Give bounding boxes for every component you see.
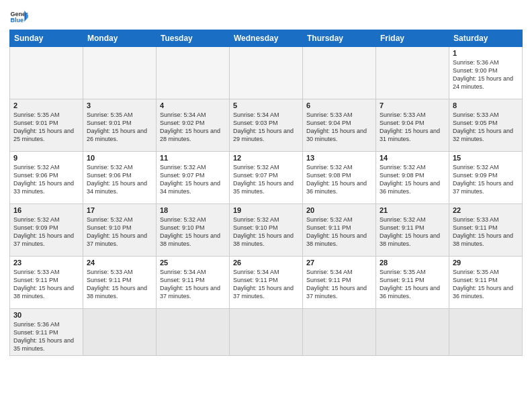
day-info: Sunrise: 5:35 AMSunset: 9:01 PMDaylight:… xyxy=(13,111,79,144)
day-number: 6 xyxy=(306,101,372,109)
calendar-week-row: 9Sunrise: 5:32 AMSunset: 9:06 PMDaylight… xyxy=(10,152,523,204)
table-row: 2Sunrise: 5:35 AMSunset: 9:01 PMDaylight… xyxy=(10,99,83,152)
table-row: 15Sunrise: 5:32 AMSunset: 9:09 PMDayligh… xyxy=(449,152,523,204)
calendar-week-row: 2Sunrise: 5:35 AMSunset: 9:01 PMDaylight… xyxy=(10,99,523,152)
logo: General Blue xyxy=(9,7,31,26)
day-number: 12 xyxy=(233,154,299,162)
col-wednesday: Wednesday xyxy=(230,30,303,47)
table-row: 22Sunrise: 5:33 AMSunset: 9:11 PMDayligh… xyxy=(449,204,523,257)
table-row: 11Sunrise: 5:32 AMSunset: 9:07 PMDayligh… xyxy=(157,152,230,204)
col-thursday: Thursday xyxy=(303,30,376,47)
day-info: Sunrise: 5:33 AMSunset: 9:11 PMDaylight:… xyxy=(87,268,152,301)
day-info: Sunrise: 5:32 AMSunset: 9:09 PMDaylight:… xyxy=(13,216,79,248)
day-number: 20 xyxy=(306,206,372,214)
day-info: Sunrise: 5:32 AMSunset: 9:07 PMDaylight:… xyxy=(233,163,299,196)
day-number: 17 xyxy=(87,206,152,214)
table-row: 7Sunrise: 5:33 AMSunset: 9:04 PMDaylight… xyxy=(376,99,449,152)
table-row xyxy=(230,309,303,356)
table-row: 17Sunrise: 5:32 AMSunset: 9:10 PMDayligh… xyxy=(83,204,157,257)
table-row: 10Sunrise: 5:32 AMSunset: 9:06 PMDayligh… xyxy=(83,152,157,204)
col-saturday: Saturday xyxy=(449,30,523,47)
day-info: Sunrise: 5:33 AMSunset: 9:04 PMDaylight:… xyxy=(306,111,372,144)
table-row: 29Sunrise: 5:35 AMSunset: 9:11 PMDayligh… xyxy=(449,257,523,309)
day-number: 26 xyxy=(233,259,299,267)
day-info: Sunrise: 5:34 AMSunset: 9:11 PMDaylight:… xyxy=(160,268,226,301)
day-info: Sunrise: 5:34 AMSunset: 9:03 PMDaylight:… xyxy=(233,111,299,144)
calendar-table: Sunday Monday Tuesday Wednesday Thursday… xyxy=(9,30,523,356)
day-info: Sunrise: 5:32 AMSunset: 9:11 PMDaylight:… xyxy=(380,216,445,248)
table-row: 23Sunrise: 5:33 AMSunset: 9:11 PMDayligh… xyxy=(10,257,83,309)
day-info: Sunrise: 5:33 AMSunset: 9:11 PMDaylight:… xyxy=(13,268,79,301)
svg-text:Blue: Blue xyxy=(10,17,24,24)
day-info: Sunrise: 5:36 AMSunset: 9:00 PMDaylight:… xyxy=(453,58,519,91)
calendar-week-row: 1Sunrise: 5:36 AMSunset: 9:00 PMDaylight… xyxy=(10,47,523,99)
day-info: Sunrise: 5:33 AMSunset: 9:04 PMDaylight:… xyxy=(380,111,445,144)
day-number: 3 xyxy=(87,101,152,109)
day-info: Sunrise: 5:34 AMSunset: 9:02 PMDaylight:… xyxy=(160,111,226,144)
table-row xyxy=(83,47,157,99)
table-row: 9Sunrise: 5:32 AMSunset: 9:06 PMDaylight… xyxy=(10,152,83,204)
day-number: 28 xyxy=(380,259,445,267)
calendar-week-row: 16Sunrise: 5:32 AMSunset: 9:09 PMDayligh… xyxy=(10,204,523,257)
table-row: 25Sunrise: 5:34 AMSunset: 9:11 PMDayligh… xyxy=(157,257,230,309)
day-number: 14 xyxy=(380,154,445,162)
day-info: Sunrise: 5:32 AMSunset: 9:07 PMDaylight:… xyxy=(160,163,226,196)
day-info: Sunrise: 5:32 AMSunset: 9:09 PMDaylight:… xyxy=(453,163,519,196)
table-row: 26Sunrise: 5:34 AMSunset: 9:11 PMDayligh… xyxy=(230,257,303,309)
day-info: Sunrise: 5:33 AMSunset: 9:05 PMDaylight:… xyxy=(453,111,519,144)
table-row xyxy=(10,47,83,99)
day-number: 27 xyxy=(306,259,372,267)
day-number: 21 xyxy=(380,206,445,214)
day-number: 11 xyxy=(160,154,226,162)
table-row: 27Sunrise: 5:34 AMSunset: 9:11 PMDayligh… xyxy=(303,257,376,309)
day-number: 2 xyxy=(13,101,79,109)
table-row: 21Sunrise: 5:32 AMSunset: 9:11 PMDayligh… xyxy=(376,204,449,257)
day-info: Sunrise: 5:34 AMSunset: 9:11 PMDaylight:… xyxy=(233,268,299,301)
table-row: 5Sunrise: 5:34 AMSunset: 9:03 PMDaylight… xyxy=(230,99,303,152)
table-row: 1Sunrise: 5:36 AMSunset: 9:00 PMDaylight… xyxy=(449,47,523,99)
day-number: 4 xyxy=(160,101,226,109)
table-row: 16Sunrise: 5:32 AMSunset: 9:09 PMDayligh… xyxy=(10,204,83,257)
day-info: Sunrise: 5:32 AMSunset: 9:06 PMDaylight:… xyxy=(87,163,152,196)
table-row: 6Sunrise: 5:33 AMSunset: 9:04 PMDaylight… xyxy=(303,99,376,152)
day-number: 25 xyxy=(160,259,226,267)
table-row: 30Sunrise: 5:36 AMSunset: 9:11 PMDayligh… xyxy=(10,309,83,356)
day-info: Sunrise: 5:35 AMSunset: 9:01 PMDaylight:… xyxy=(87,111,152,144)
day-info: Sunrise: 5:32 AMSunset: 9:11 PMDaylight:… xyxy=(306,216,372,248)
table-row xyxy=(83,309,157,356)
col-tuesday: Tuesday xyxy=(157,30,230,47)
table-row: 18Sunrise: 5:32 AMSunset: 9:10 PMDayligh… xyxy=(157,204,230,257)
table-row: 8Sunrise: 5:33 AMSunset: 9:05 PMDaylight… xyxy=(449,99,523,152)
day-number: 8 xyxy=(453,101,519,109)
table-row xyxy=(157,47,230,99)
day-info: Sunrise: 5:32 AMSunset: 9:10 PMDaylight:… xyxy=(160,216,226,248)
table-row xyxy=(303,47,376,99)
day-number: 10 xyxy=(87,154,152,162)
table-row: 12Sunrise: 5:32 AMSunset: 9:07 PMDayligh… xyxy=(230,152,303,204)
day-info: Sunrise: 5:35 AMSunset: 9:11 PMDaylight:… xyxy=(380,268,445,301)
table-row: 20Sunrise: 5:32 AMSunset: 9:11 PMDayligh… xyxy=(303,204,376,257)
table-row: 13Sunrise: 5:32 AMSunset: 9:08 PMDayligh… xyxy=(303,152,376,204)
table-row xyxy=(157,309,230,356)
page: General Blue Sunday Monday Tuesday Wedne… xyxy=(0,0,532,363)
day-number: 13 xyxy=(306,154,372,162)
day-info: Sunrise: 5:36 AMSunset: 9:11 PMDaylight:… xyxy=(13,320,79,353)
table-row: 28Sunrise: 5:35 AMSunset: 9:11 PMDayligh… xyxy=(376,257,449,309)
day-info: Sunrise: 5:32 AMSunset: 9:10 PMDaylight:… xyxy=(87,216,152,248)
day-info: Sunrise: 5:32 AMSunset: 9:08 PMDaylight:… xyxy=(380,163,445,196)
day-number: 15 xyxy=(453,154,519,162)
day-number: 5 xyxy=(233,101,299,109)
day-number: 23 xyxy=(13,259,79,267)
col-friday: Friday xyxy=(376,30,449,47)
table-row: 19Sunrise: 5:32 AMSunset: 9:10 PMDayligh… xyxy=(230,204,303,257)
calendar-week-row: 30Sunrise: 5:36 AMSunset: 9:11 PMDayligh… xyxy=(10,309,523,356)
table-row xyxy=(303,309,376,356)
day-info: Sunrise: 5:33 AMSunset: 9:11 PMDaylight:… xyxy=(453,216,519,248)
day-info: Sunrise: 5:32 AMSunset: 9:08 PMDaylight:… xyxy=(306,163,372,196)
day-number: 7 xyxy=(380,101,445,109)
day-number: 9 xyxy=(13,154,79,162)
table-row xyxy=(376,47,449,99)
day-number: 22 xyxy=(453,206,519,214)
day-number: 16 xyxy=(13,206,79,214)
day-number: 24 xyxy=(87,259,152,267)
